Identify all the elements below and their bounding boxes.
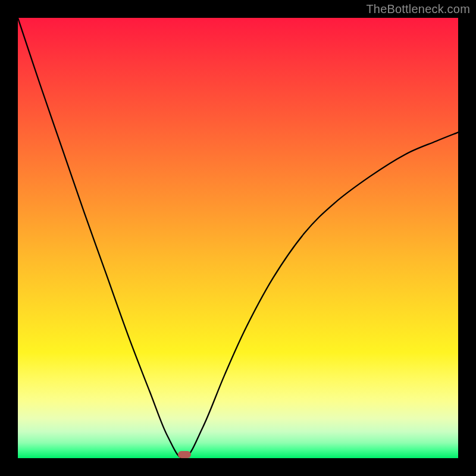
watermark-text: TheBottleneck.com	[366, 2, 470, 16]
optimum-marker	[178, 451, 191, 458]
chart-stage: TheBottleneck.com	[0, 0, 476, 476]
plot-area	[18, 18, 458, 458]
bottleneck-curve	[18, 18, 458, 458]
